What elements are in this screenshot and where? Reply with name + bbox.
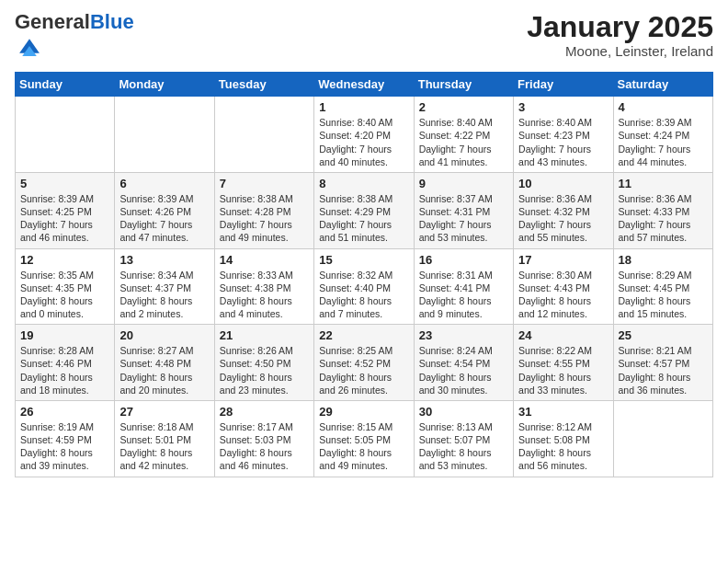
day-header-tuesday: Tuesday xyxy=(214,73,313,97)
day-cell-30: 30Sunrise: 8:13 AM Sunset: 5:07 PM Dayli… xyxy=(414,400,513,477)
day-number: 29 xyxy=(319,405,408,419)
day-info: Sunrise: 8:18 AM Sunset: 5:01 PM Dayligh… xyxy=(119,420,209,473)
day-header-saturday: Saturday xyxy=(613,73,712,97)
day-info: Sunrise: 8:13 AM Sunset: 5:07 PM Dayligh… xyxy=(419,420,508,473)
day-number: 25 xyxy=(619,328,708,342)
day-number: 31 xyxy=(518,405,608,419)
day-number: 26 xyxy=(20,405,109,419)
empty-cell xyxy=(16,97,115,173)
day-cell-7: 7Sunrise: 8:38 AM Sunset: 4:28 PM Daylig… xyxy=(214,172,313,248)
day-info: Sunrise: 8:28 AM Sunset: 4:46 PM Dayligh… xyxy=(20,344,109,396)
day-number: 18 xyxy=(619,253,708,267)
day-cell-17: 17Sunrise: 8:30 AM Sunset: 4:43 PM Dayli… xyxy=(514,248,613,325)
day-cell-29: 29Sunrise: 8:15 AM Sunset: 5:05 PM Dayli… xyxy=(314,400,414,477)
week-row-1: 1Sunrise: 8:40 AM Sunset: 4:20 PM Daylig… xyxy=(16,97,713,173)
day-cell-23: 23Sunrise: 8:24 AM Sunset: 4:54 PM Dayli… xyxy=(414,325,513,401)
day-info: Sunrise: 8:39 AM Sunset: 4:24 PM Dayligh… xyxy=(619,116,708,168)
day-number: 12 xyxy=(20,253,109,267)
day-number: 5 xyxy=(20,177,109,190)
day-info: Sunrise: 8:24 AM Sunset: 4:54 PM Dayligh… xyxy=(419,344,508,396)
calendar-subtitle: Moone, Leinster, Ireland xyxy=(527,43,713,59)
day-cell-3: 3Sunrise: 8:40 AM Sunset: 4:23 PM Daylig… xyxy=(514,97,613,173)
empty-cell xyxy=(214,97,313,173)
day-number: 23 xyxy=(419,328,508,342)
day-number: 14 xyxy=(220,253,309,267)
day-info: Sunrise: 8:36 AM Sunset: 4:32 PM Dayligh… xyxy=(518,192,608,245)
day-cell-28: 28Sunrise: 8:17 AM Sunset: 5:03 PM Dayli… xyxy=(214,400,313,477)
day-cell-27: 27Sunrise: 8:18 AM Sunset: 5:01 PM Dayli… xyxy=(115,400,214,477)
day-number: 27 xyxy=(119,405,209,419)
day-cell-18: 18Sunrise: 8:29 AM Sunset: 4:45 PM Dayli… xyxy=(613,248,712,325)
day-cell-10: 10Sunrise: 8:36 AM Sunset: 4:32 PM Dayli… xyxy=(514,172,613,248)
day-number: 1 xyxy=(319,100,408,114)
day-number: 30 xyxy=(419,405,508,419)
week-row-4: 19Sunrise: 8:28 AM Sunset: 4:46 PM Dayli… xyxy=(16,325,713,401)
day-number: 7 xyxy=(220,177,309,190)
day-number: 17 xyxy=(518,253,608,267)
day-cell-5: 5Sunrise: 8:39 AM Sunset: 4:25 PM Daylig… xyxy=(16,172,115,248)
day-cell-12: 12Sunrise: 8:35 AM Sunset: 4:35 PM Dayli… xyxy=(16,248,115,325)
day-number: 28 xyxy=(220,405,309,419)
day-info: Sunrise: 8:21 AM Sunset: 4:57 PM Dayligh… xyxy=(619,344,708,396)
day-cell-1: 1Sunrise: 8:40 AM Sunset: 4:20 PM Daylig… xyxy=(314,97,414,173)
day-header-sunday: Sunday xyxy=(16,73,115,97)
day-number: 19 xyxy=(20,328,109,342)
title-block: January 2025 Moone, Leinster, Ireland xyxy=(527,11,713,59)
day-cell-13: 13Sunrise: 8:34 AM Sunset: 4:37 PM Dayli… xyxy=(115,248,214,325)
day-info: Sunrise: 8:35 AM Sunset: 4:35 PM Dayligh… xyxy=(20,269,109,321)
day-info: Sunrise: 8:34 AM Sunset: 4:37 PM Dayligh… xyxy=(119,269,209,321)
day-cell-25: 25Sunrise: 8:21 AM Sunset: 4:57 PM Dayli… xyxy=(613,325,712,401)
day-number: 20 xyxy=(119,328,209,342)
day-cell-22: 22Sunrise: 8:25 AM Sunset: 4:52 PM Dayli… xyxy=(314,325,414,401)
day-number: 2 xyxy=(419,100,508,114)
day-cell-6: 6Sunrise: 8:39 AM Sunset: 4:26 PM Daylig… xyxy=(115,172,214,248)
header-row: SundayMondayTuesdayWednesdayThursdayFrid… xyxy=(16,73,713,97)
day-header-friday: Friday xyxy=(514,73,613,97)
day-number: 9 xyxy=(419,177,508,190)
day-info: Sunrise: 8:17 AM Sunset: 5:03 PM Dayligh… xyxy=(220,420,309,473)
day-cell-15: 15Sunrise: 8:32 AM Sunset: 4:40 PM Dayli… xyxy=(314,248,414,325)
day-number: 3 xyxy=(518,100,608,114)
day-info: Sunrise: 8:32 AM Sunset: 4:40 PM Dayligh… xyxy=(319,269,408,321)
day-number: 8 xyxy=(319,177,408,190)
day-info: Sunrise: 8:25 AM Sunset: 4:52 PM Dayligh… xyxy=(319,344,408,396)
day-number: 10 xyxy=(518,177,608,190)
day-info: Sunrise: 8:40 AM Sunset: 4:20 PM Dayligh… xyxy=(319,116,408,168)
calendar-page: GeneralBlue January 2025 Moone, Leinster… xyxy=(0,0,728,563)
day-number: 21 xyxy=(220,328,309,342)
week-row-5: 26Sunrise: 8:19 AM Sunset: 4:59 PM Dayli… xyxy=(16,400,713,477)
week-row-3: 12Sunrise: 8:35 AM Sunset: 4:35 PM Dayli… xyxy=(16,248,713,325)
logo-text: GeneralBlue xyxy=(15,11,134,33)
day-header-wednesday: Wednesday xyxy=(314,73,414,97)
day-info: Sunrise: 8:26 AM Sunset: 4:50 PM Dayligh… xyxy=(220,344,309,396)
day-info: Sunrise: 8:37 AM Sunset: 4:31 PM Dayligh… xyxy=(419,192,508,245)
day-number: 22 xyxy=(319,328,408,342)
logo: GeneralBlue xyxy=(15,11,134,63)
empty-cell xyxy=(115,97,214,173)
day-number: 11 xyxy=(619,177,708,190)
day-info: Sunrise: 8:33 AM Sunset: 4:38 PM Dayligh… xyxy=(220,269,309,321)
day-info: Sunrise: 8:40 AM Sunset: 4:23 PM Dayligh… xyxy=(518,116,608,168)
day-number: 16 xyxy=(419,253,508,267)
day-number: 15 xyxy=(319,253,408,267)
day-number: 24 xyxy=(518,328,608,342)
day-info: Sunrise: 8:40 AM Sunset: 4:22 PM Dayligh… xyxy=(419,116,508,168)
day-number: 4 xyxy=(619,100,708,114)
day-info: Sunrise: 8:29 AM Sunset: 4:45 PM Dayligh… xyxy=(619,269,708,321)
day-info: Sunrise: 8:39 AM Sunset: 4:25 PM Dayligh… xyxy=(20,192,109,245)
day-cell-20: 20Sunrise: 8:27 AM Sunset: 4:48 PM Dayli… xyxy=(115,325,214,401)
day-cell-24: 24Sunrise: 8:22 AM Sunset: 4:55 PM Dayli… xyxy=(514,325,613,401)
day-info: Sunrise: 8:31 AM Sunset: 4:41 PM Dayligh… xyxy=(419,269,508,321)
day-cell-26: 26Sunrise: 8:19 AM Sunset: 4:59 PM Dayli… xyxy=(16,400,115,477)
day-header-monday: Monday xyxy=(115,73,214,97)
calendar-table: SundayMondayTuesdayWednesdayThursdayFrid… xyxy=(15,72,713,477)
day-info: Sunrise: 8:38 AM Sunset: 4:28 PM Dayligh… xyxy=(220,192,309,245)
day-number: 13 xyxy=(119,253,209,267)
calendar-title: January 2025 xyxy=(527,11,713,43)
day-info: Sunrise: 8:22 AM Sunset: 4:55 PM Dayligh… xyxy=(518,344,608,396)
day-cell-4: 4Sunrise: 8:39 AM Sunset: 4:24 PM Daylig… xyxy=(613,97,712,173)
day-cell-14: 14Sunrise: 8:33 AM Sunset: 4:38 PM Dayli… xyxy=(214,248,313,325)
day-cell-16: 16Sunrise: 8:31 AM Sunset: 4:41 PM Dayli… xyxy=(414,248,513,325)
day-cell-31: 31Sunrise: 8:12 AM Sunset: 5:08 PM Dayli… xyxy=(514,400,613,477)
day-cell-9: 9Sunrise: 8:37 AM Sunset: 4:31 PM Daylig… xyxy=(414,172,513,248)
